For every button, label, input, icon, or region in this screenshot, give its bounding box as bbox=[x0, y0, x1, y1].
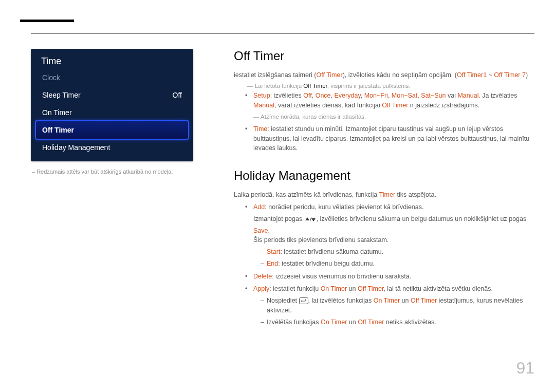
menu-title: Time bbox=[31, 49, 193, 69]
section-heading-off-timer: Off Timer bbox=[234, 49, 534, 63]
svg-marker-0 bbox=[305, 217, 309, 220]
dash-end: End: iestatiet brīvdienu beigu datumu. bbox=[261, 259, 534, 269]
bullet-setup: Setup: izvēlieties Off, Once, Everyday, … bbox=[247, 91, 534, 121]
svg-marker-2 bbox=[311, 218, 316, 221]
menu-item-clock[interactable]: Clock bbox=[36, 69, 188, 86]
top-divider bbox=[31, 33, 534, 34]
page-body: Time Clock Sleep Timer Off On Timer Off … bbox=[31, 49, 534, 175]
svg-marker-4 bbox=[301, 300, 302, 302]
menu-item-off-timer[interactable]: Off Timer bbox=[36, 121, 188, 139]
add-dash-list: Start: iestatiet brīvdienu sākuma datumu… bbox=[261, 247, 534, 269]
menu-list: Clock Sleep Timer Off On Timer Off Timer… bbox=[31, 69, 193, 161]
accent-bar bbox=[20, 20, 74, 22]
apply-dash-list: Nospiediet , lai izvēlētos funkcijas On … bbox=[261, 296, 534, 327]
menu-item-holiday-management[interactable]: Holiday Management bbox=[36, 139, 188, 156]
menu-item-label: On Timer bbox=[42, 108, 72, 117]
off-timer-bullets: Setup: izvēlieties Off, Once, Everyday, … bbox=[247, 91, 534, 153]
holiday-lead: Laika periodā, kas atzīmēts kā brīvdiena… bbox=[234, 191, 534, 198]
off-timer-lead: iestatiet izslēgšanas taimeri (Off Timer… bbox=[234, 71, 534, 79]
menu-item-value: Off bbox=[173, 91, 182, 99]
svg-text:/: / bbox=[310, 216, 312, 222]
bullet-apply: Apply: iestatiet funkciju On Timer un Of… bbox=[247, 284, 534, 327]
menu-item-label: Sleep Timer bbox=[42, 91, 81, 99]
menu-item-sleep-timer[interactable]: Sleep Timer Off bbox=[36, 86, 188, 104]
off-timer-tip-2: Atzīme norāda, kuras dienas ir atlasītas… bbox=[253, 113, 534, 121]
menu-item-label: Clock bbox=[42, 73, 60, 82]
add-sub2: Šis periods tiks pievienots brīvdienu sa… bbox=[253, 235, 534, 245]
add-sub1: Izmantojot pogas /, izvēlieties brīvdien… bbox=[253, 214, 534, 236]
bullet-delete: Delete: izdzēsiet visus vienumus no brīv… bbox=[247, 272, 534, 282]
menu-item-on-timer[interactable]: On Timer bbox=[36, 104, 188, 121]
time-menu-card: Time Clock Sleep Timer Off On Timer Off … bbox=[31, 49, 193, 161]
content-column: Off Timer iestatiet izslēgšanas taimeri … bbox=[234, 49, 534, 330]
dash-start: Start: iestatiet brīvdienu sākuma datumu… bbox=[261, 247, 534, 257]
menu-item-label: Off Timer bbox=[42, 126, 74, 134]
bullet-time: Time: iestatiet stundu un minūti. Izmant… bbox=[247, 124, 534, 153]
up-down-arrows-icon: / bbox=[304, 216, 317, 226]
holiday-bullets: Add: norādiet periodu, kuru vēlaties pie… bbox=[247, 202, 534, 327]
off-timer-tip-1: Lai lietotu funkciju Off Timer, vispirms… bbox=[247, 83, 534, 89]
section-heading-holiday: Holiday Management bbox=[234, 169, 534, 183]
page-number: 91 bbox=[516, 359, 534, 378]
dash-apply-1: Nospiediet , lai izvēlētos funkcijas On … bbox=[261, 296, 534, 315]
enter-icon bbox=[299, 297, 308, 304]
bullet-add: Add: norādiet periodu, kuru vēlaties pie… bbox=[247, 202, 534, 269]
dash-apply-2: Izvēlētās funkcijas On Timer un Off Time… bbox=[261, 318, 534, 327]
menu-item-label: Holiday Management bbox=[42, 143, 110, 152]
